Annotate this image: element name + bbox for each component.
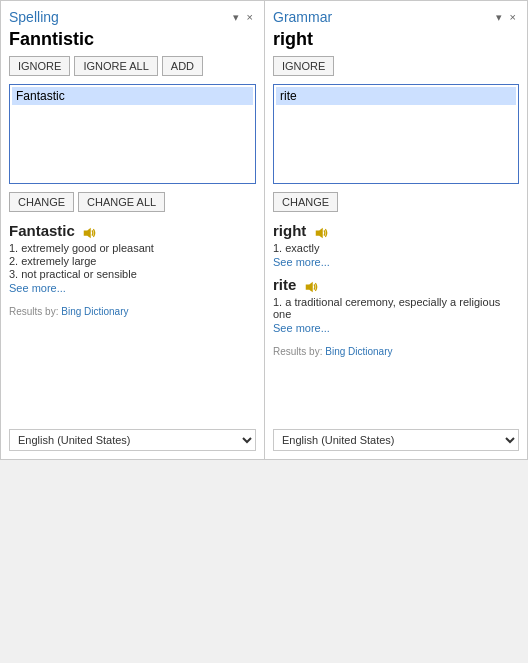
- spelling-def-1: 1. extremely good or pleasant: [9, 242, 256, 254]
- grammar-panel: Grammar ▾ × right IGNORE rite CHANGE rig…: [264, 0, 528, 460]
- spelling-action-buttons: IGNORE IGNORE ALL ADD: [9, 56, 256, 76]
- spelling-def-2: 2. extremely large: [9, 255, 256, 267]
- grammar-controls: ▾ ×: [493, 10, 519, 25]
- spelling-bing-link[interactable]: Bing Dictionary: [61, 306, 128, 317]
- spelling-dict-word: Fantastic: [9, 222, 75, 239]
- grammar-speaker-icon-right[interactable]: [314, 226, 328, 240]
- spelling-change-all-btn[interactable]: CHANGE ALL: [78, 192, 165, 212]
- svg-marker-2: [305, 281, 312, 292]
- grammar-dict-word-rite: rite: [273, 276, 296, 293]
- grammar-title: Grammar: [273, 9, 332, 25]
- svg-marker-0: [84, 228, 91, 239]
- grammar-results-by: Results by: Bing Dictionary: [273, 346, 519, 357]
- spelling-language-select[interactable]: English (United States): [9, 429, 256, 451]
- grammar-see-more-right[interactable]: See more...: [273, 256, 519, 268]
- spelling-change-buttons: CHANGE CHANGE ALL: [9, 192, 256, 212]
- grammar-speaker-icon-rite[interactable]: [304, 280, 318, 294]
- grammar-change-btn[interactable]: CHANGE: [273, 192, 338, 212]
- spelling-add-btn[interactable]: ADD: [162, 56, 203, 76]
- grammar-change-buttons: CHANGE: [273, 192, 519, 212]
- spelling-close-btn[interactable]: ×: [244, 10, 256, 24]
- grammar-ignore-btn[interactable]: IGNORE: [273, 56, 334, 76]
- spelling-controls: ▾ ×: [230, 10, 256, 25]
- spelling-dict-entry: Fantastic 1. extremely good or pleasant …: [9, 222, 256, 294]
- grammar-dict-defs-rite: 1. a traditional ceremony, especially a …: [273, 296, 519, 320]
- spelling-lang-row: English (United States): [9, 423, 256, 451]
- grammar-bing-link[interactable]: Bing Dictionary: [325, 346, 392, 357]
- spelling-suggestion-list[interactable]: Fantastic: [9, 84, 256, 184]
- spelling-see-more[interactable]: See more...: [9, 282, 256, 294]
- grammar-see-more-rite[interactable]: See more...: [273, 322, 519, 334]
- grammar-lang-row: English (United States): [273, 423, 519, 451]
- grammar-header: Grammar ▾ ×: [273, 9, 519, 25]
- spelling-ignore-btn[interactable]: IGNORE: [9, 56, 70, 76]
- grammar-dict-entry-right: right 1. exactly See more...: [273, 222, 519, 268]
- grammar-language-select[interactable]: English (United States): [273, 429, 519, 451]
- grammar-def-right-1: 1. exactly: [273, 242, 519, 254]
- spelling-results-by: Results by: Bing Dictionary: [9, 306, 256, 317]
- spelling-speaker-icon[interactable]: [82, 226, 96, 240]
- bottom-area: [0, 460, 528, 663]
- grammar-suggestion-item[interactable]: rite: [276, 87, 516, 105]
- spelling-word: Fanntistic: [9, 29, 256, 50]
- spelling-minimize-btn[interactable]: ▾: [230, 10, 242, 25]
- grammar-dict-defs-right: 1. exactly: [273, 242, 519, 254]
- spelling-title: Spelling: [9, 9, 59, 25]
- spelling-panel: Spelling ▾ × Fanntistic IGNORE IGNORE AL…: [0, 0, 264, 460]
- grammar-dict-word-right: right: [273, 222, 306, 239]
- spelling-def-3: 3. not practical or sensible: [9, 268, 256, 280]
- grammar-word: right: [273, 29, 519, 50]
- spelling-dict-defs: 1. extremely good or pleasant 2. extreme…: [9, 242, 256, 280]
- grammar-close-btn[interactable]: ×: [507, 10, 519, 24]
- grammar-action-buttons: IGNORE: [273, 56, 519, 76]
- grammar-suggestion-list[interactable]: rite: [273, 84, 519, 184]
- grammar-minimize-btn[interactable]: ▾: [493, 10, 505, 25]
- spelling-header: Spelling ▾ ×: [9, 9, 256, 25]
- spelling-ignore-all-btn[interactable]: IGNORE ALL: [74, 56, 157, 76]
- svg-marker-1: [315, 228, 322, 239]
- grammar-def-rite-1: 1. a traditional ceremony, especially a …: [273, 296, 519, 320]
- grammar-dict-entry-rite: rite 1. a traditional ceremony, especial…: [273, 276, 519, 334]
- spelling-suggestion-item[interactable]: Fantastic: [12, 87, 253, 105]
- spelling-change-btn[interactable]: CHANGE: [9, 192, 74, 212]
